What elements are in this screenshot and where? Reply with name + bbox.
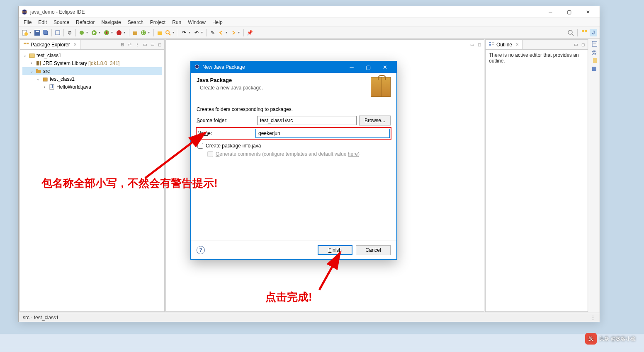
- dialog-maximize-button[interactable]: ▢: [360, 61, 377, 73]
- svg-rect-32: [36, 69, 38, 70]
- maximize-button[interactable]: ▢: [560, 6, 578, 18]
- menu-navigate[interactable]: Navigate: [98, 19, 124, 26]
- titlebar: java_demo - Eclipse IDE ─ ▢ ✕: [19, 6, 600, 18]
- close-icon[interactable]: ✕: [73, 42, 77, 47]
- browse-button[interactable]: Browse...: [359, 116, 391, 125]
- cheatsheet-icon[interactable]: [591, 58, 597, 63]
- minimize-icon[interactable]: ▭: [149, 42, 155, 48]
- toggle-button[interactable]: [54, 29, 61, 36]
- jre-node[interactable]: › JRE System Library [jdk1.8.0_341]: [22, 59, 162, 67]
- svg-rect-30: [40, 61, 41, 65]
- svg-rect-25: [24, 43, 26, 44]
- watermark: 头 头条 @极客小俊: [585, 333, 636, 345]
- debug-skip-button[interactable]: ⊘: [66, 29, 73, 36]
- prev-annotation-button[interactable]: ↶: [193, 29, 200, 36]
- maximize-icon[interactable]: ◻: [476, 41, 482, 47]
- menu-search[interactable]: Search: [124, 19, 147, 26]
- svg-text:J: J: [592, 30, 595, 36]
- project-icon: [29, 52, 35, 59]
- menu-file[interactable]: File: [20, 19, 35, 26]
- open-perspective-button[interactable]: [581, 29, 588, 36]
- save-all-button[interactable]: [42, 29, 49, 36]
- dialog-close-button[interactable]: ✕: [377, 61, 393, 73]
- menu-project[interactable]: Project: [147, 19, 169, 26]
- svg-line-21: [572, 34, 574, 36]
- menu-refactor[interactable]: Refactor: [73, 19, 98, 26]
- new-package-button[interactable]: [131, 29, 139, 36]
- svg-rect-22: [582, 30, 584, 32]
- create-package-info-checkbox[interactable]: [197, 143, 203, 149]
- svg-rect-43: [592, 67, 596, 71]
- bookmark-icon[interactable]: [591, 66, 597, 72]
- search-button[interactable]: [164, 29, 172, 36]
- back-button[interactable]: [217, 29, 225, 36]
- at-icon[interactable]: @: [591, 49, 597, 55]
- java-perspective-button[interactable]: J: [590, 29, 597, 36]
- menubar: File Edit Source Refactor Navigate Searc…: [19, 18, 600, 27]
- filter-button[interactable]: ⋮: [134, 42, 140, 48]
- maximize-icon[interactable]: ◻: [580, 42, 586, 48]
- name-input[interactable]: [255, 129, 390, 138]
- svg-rect-27: [29, 54, 34, 58]
- save-button[interactable]: [34, 29, 41, 36]
- toutiao-logo-icon: 头: [585, 333, 597, 345]
- dialog-description: Create a new Java package.: [197, 85, 371, 91]
- package-wizard-icon: [371, 77, 391, 97]
- menu-help[interactable]: Help: [209, 19, 226, 26]
- menu-window[interactable]: Window: [185, 19, 209, 26]
- package-explorer-panel: Package Explorer ✕ ⊟ ⇄ ⋮ ▭ ▭ ◻ ⌄ test_cl…: [19, 39, 165, 312]
- minimize-icon[interactable]: ▭: [573, 42, 578, 48]
- svg-rect-33: [43, 78, 47, 81]
- library-icon: [35, 60, 42, 67]
- svg-point-45: [195, 65, 199, 68]
- status-text: src - test_class1: [23, 315, 59, 321]
- annotation-lowercase: 包名称全部小写，不然会有警告提示!: [41, 176, 218, 190]
- coverage-button[interactable]: [103, 29, 110, 36]
- here-link[interactable]: here: [348, 151, 358, 157]
- outline-tab[interactable]: Outline ✕: [486, 40, 522, 49]
- view-menu-button[interactable]: ▭: [142, 42, 148, 48]
- help-button[interactable]: ?: [197, 246, 205, 254]
- svg-text:C: C: [142, 30, 146, 36]
- menu-source[interactable]: Source: [50, 19, 73, 26]
- ext-tools-button[interactable]: [115, 29, 123, 36]
- menu-run[interactable]: Run: [169, 19, 185, 26]
- finish-button[interactable]: Finish: [318, 245, 352, 255]
- close-button[interactable]: ✕: [578, 6, 597, 18]
- collapse-button[interactable]: ⊟: [119, 42, 125, 48]
- dialog-minimize-button[interactable]: ─: [343, 61, 360, 73]
- last-edit-button[interactable]: ✎: [209, 29, 216, 36]
- close-icon[interactable]: ✕: [515, 42, 519, 47]
- maximize-icon[interactable]: ◻: [157, 42, 163, 48]
- new-class-button[interactable]: C: [140, 29, 147, 36]
- open-type-button[interactable]: [156, 29, 163, 36]
- quick-access-button[interactable]: [567, 29, 574, 36]
- cancel-button[interactable]: Cancel: [356, 245, 391, 255]
- package-node[interactable]: ⌄ test_class1: [22, 75, 162, 83]
- package-explorer-tab[interactable]: Package Explorer ✕: [20, 40, 80, 49]
- svg-rect-40: [592, 41, 597, 46]
- svg-rect-37: [489, 44, 491, 46]
- svg-rect-7: [43, 30, 47, 34]
- forward-button[interactable]: [230, 29, 237, 36]
- src-node[interactable]: ⌄ src: [22, 67, 162, 75]
- project-node[interactable]: ⌄ test_class1: [22, 51, 162, 59]
- debug-button[interactable]: [78, 29, 85, 36]
- svg-rect-17: [158, 31, 162, 35]
- statusbar: src - test_class1 ⋮: [19, 313, 600, 322]
- name-row-highlight: Name:: [196, 127, 391, 140]
- menu-edit[interactable]: Edit: [35, 19, 50, 26]
- source-folder-input[interactable]: [257, 116, 357, 125]
- task-list-icon[interactable]: [591, 41, 597, 47]
- next-annotation-button[interactable]: ↷: [180, 29, 188, 36]
- new-button[interactable]: [21, 29, 29, 36]
- java-file-node[interactable]: › J HelloWorld.java: [22, 83, 162, 91]
- dialog-header: Java Package: [197, 77, 371, 83]
- minimize-button[interactable]: ─: [541, 6, 560, 18]
- svg-rect-12: [106, 31, 107, 34]
- svg-rect-42: [593, 58, 597, 63]
- pin-button[interactable]: 📌: [246, 29, 253, 36]
- link-button[interactable]: ⇄: [127, 42, 133, 48]
- run-button[interactable]: [90, 29, 98, 36]
- minimize-icon[interactable]: ▭: [469, 41, 475, 47]
